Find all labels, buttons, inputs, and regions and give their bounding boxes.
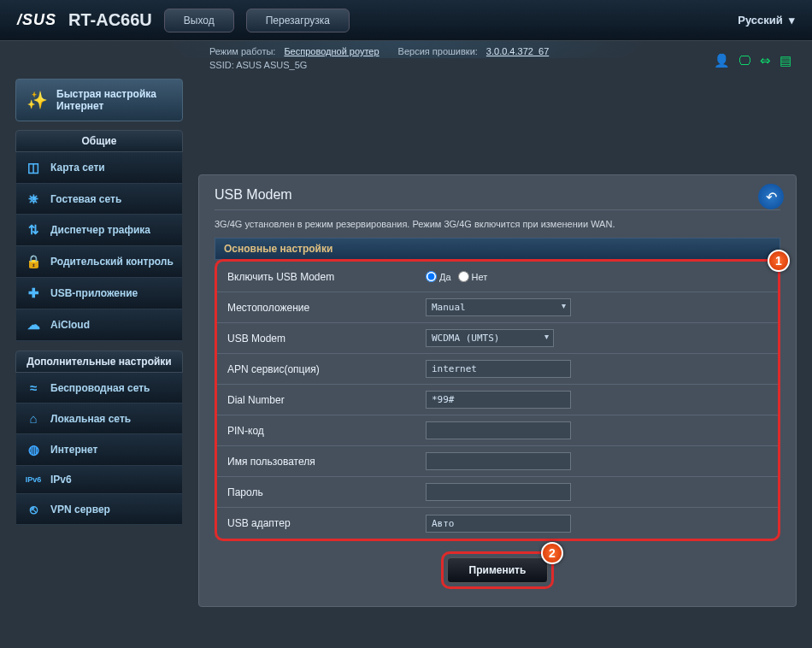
reboot-button[interactable]: Перезагрузка (246, 9, 350, 32)
plugin-icon: ✚ (25, 286, 42, 301)
nav-internet[interactable]: ◍Интернет (16, 434, 182, 466)
nav-parental-control[interactable]: 🔒Родительский контроль (16, 246, 182, 278)
username-input[interactable] (426, 452, 571, 470)
general-nav: ◫Карта сети ⛯Гостевая сеть ⇅Диспетчер тр… (15, 152, 183, 342)
nav-usb-app[interactable]: ✚USB-приложение (16, 278, 182, 309)
ssid-bar: SSID: ASUS ASUS_5G (0, 58, 812, 79)
map-icon: ◫ (25, 160, 42, 175)
password-input[interactable] (426, 483, 571, 501)
nav-aicloud[interactable]: ☁AiCloud (16, 309, 182, 341)
usb-icon[interactable]: ⇔ (760, 53, 771, 68)
home-icon: ⌂ (25, 411, 42, 426)
row-password: Пароль (217, 477, 778, 508)
wifi-icon: ≈ (25, 380, 42, 395)
row-modem: USB Modem WCDMA (UMTS) (217, 323, 778, 354)
badge-1: 1 (768, 250, 790, 272)
apply-highlight: 2 Применить (441, 551, 554, 589)
row-dial: Dial Number (217, 385, 778, 415)
ssid-2-link[interactable]: ASUS_5G (264, 60, 308, 70)
nav-guest-network[interactable]: ⛯Гостевая сеть (16, 184, 182, 215)
cloud-icon: ☁ (25, 317, 42, 333)
row-pin: PIN-код (217, 415, 778, 446)
badge-2: 2 (541, 542, 563, 564)
nav-network-map[interactable]: ◫Карта сети (16, 152, 182, 184)
form-highlight: 1 Включить USB Modem Да Нет Местоположен… (215, 259, 780, 541)
vpn-icon: ⎋ (25, 502, 42, 516)
qis-button[interactable]: ✨ Быстрая настройка Интернет (15, 79, 183, 121)
guest-icon: ⛯ (25, 191, 42, 206)
logout-button[interactable]: Выход (164, 9, 234, 32)
nav-ipv6[interactable]: IPv6IPv6 (16, 466, 182, 494)
ssid-1-link[interactable]: ASUS (236, 60, 262, 70)
card-icon[interactable]: ▤ (780, 53, 791, 68)
nav-vpn[interactable]: ⎋VPN сервер (16, 494, 182, 525)
panel-title: USB Modem (215, 187, 780, 203)
lock-icon: 🔒 (25, 254, 42, 269)
model-name: RT-AC66U (68, 10, 152, 30)
modem-select[interactable]: WCDMA (UMTS) (426, 329, 554, 347)
advanced-header: Дополнительные настройки (15, 351, 183, 373)
language-dropdown[interactable]: Русский ▾ (738, 14, 795, 27)
nav-wireless[interactable]: ≈Беспроводная сеть (16, 373, 182, 404)
monitor-icon[interactable]: 🖵 (738, 53, 751, 68)
row-adapter: USB адаптер (217, 508, 778, 539)
globe-icon: ◍ (25, 442, 42, 457)
firmware-link[interactable]: 3.0.0.4.372_67 (486, 46, 549, 56)
top-bar: /SUS RT-AC66U Выход Перезагрузка Русский… (0, 0, 812, 41)
ipv6-icon: IPv6 (25, 475, 42, 484)
nav-traffic-manager[interactable]: ⇅Диспетчер трафика (16, 215, 182, 246)
enable-no-radio[interactable]: Нет (458, 271, 488, 282)
enable-yes-radio[interactable]: Да (426, 271, 451, 282)
nav-lan[interactable]: ⌂Локальная сеть (16, 404, 182, 434)
main-content: ↶ USB Modem 3G/4G установлен в режим рез… (198, 79, 797, 607)
adapter-input[interactable] (426, 515, 571, 533)
mode-link[interactable]: Беспроводной роутер (284, 46, 379, 56)
traffic-icon: ⇅ (25, 222, 42, 238)
user-icon[interactable]: 👤 (714, 53, 730, 68)
general-header: Общие (15, 130, 183, 152)
brand-logo: /SUS (17, 11, 56, 29)
panel-description: 3G/4G установлен в режим резервирования.… (215, 219, 780, 229)
apply-button[interactable]: Применить (447, 557, 548, 583)
info-bar: Режим работы: Беспроводной роутер Версия… (0, 41, 812, 58)
sidebar: ✨ Быстрая настройка Интернет Общие ◫Карт… (15, 79, 183, 607)
row-apn: APN сервис(опция) (217, 354, 778, 385)
status-icons: 👤 🖵 ⇔ ▤ (714, 53, 791, 68)
usb-modem-panel: ↶ USB Modem 3G/4G установлен в режим рез… (198, 174, 797, 607)
dial-input[interactable] (426, 391, 571, 409)
location-select[interactable]: Manual (426, 298, 571, 316)
pin-input[interactable] (426, 421, 571, 439)
back-button[interactable]: ↶ (758, 184, 784, 209)
apn-input[interactable] (426, 360, 571, 378)
row-enable: Включить USB Modem Да Нет (217, 262, 778, 292)
section-header: Основные настройки (215, 238, 780, 260)
row-username: Имя пользователя (217, 446, 778, 477)
row-location: Местоположение Manual (217, 292, 778, 323)
advanced-nav: ≈Беспроводная сеть ⌂Локальная сеть ◍Инте… (15, 373, 183, 526)
wand-icon: ✨ (26, 90, 48, 110)
